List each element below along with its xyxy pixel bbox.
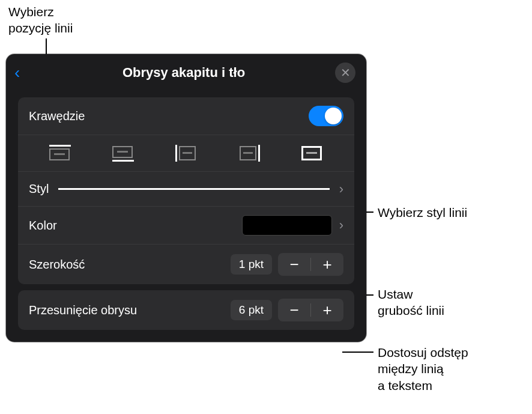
row-width: Szerokość 1 pkt − + <box>18 245 354 284</box>
offset-increase-button[interactable]: + <box>311 299 343 321</box>
width-value: 1 pkt <box>231 254 272 275</box>
callout-width: Ustaw grubość linii <box>378 286 444 319</box>
border-position-all-icon[interactable] <box>301 145 323 162</box>
callout-offset: Dostosuj odstęp między linią a tekstem <box>378 344 468 394</box>
style-preview-line <box>58 188 329 190</box>
color-label: Kolor <box>29 219 57 233</box>
width-stepper: − + <box>278 253 343 276</box>
callout-style: Wybierz styl linii <box>378 204 467 221</box>
border-position-left-icon[interactable] <box>175 145 197 162</box>
callout-position: Wybierz pozycję linii <box>8 4 73 37</box>
offset-label: Przesunięcie obrysu <box>29 303 137 317</box>
row-borders-toggle: Krawędzie <box>18 97 354 135</box>
style-label: Styl <box>29 182 49 196</box>
close-button[interactable]: ✕ <box>335 62 355 83</box>
offset-decrease-button[interactable]: − <box>278 299 310 321</box>
back-button[interactable]: ‹ <box>14 63 32 82</box>
color-swatch[interactable] <box>242 215 332 236</box>
row-offset: Przesunięcie obrysu 6 pkt − + <box>18 290 354 330</box>
border-position-right-icon[interactable] <box>238 145 260 162</box>
offset-value: 6 pkt <box>231 300 272 320</box>
row-border-position <box>18 135 354 172</box>
panel-title: Obrysy akapitu i tło <box>32 65 335 81</box>
close-icon: ✕ <box>340 65 351 80</box>
row-color[interactable]: Kolor › <box>18 207 354 245</box>
section-borders: Krawędzie Styl › Kol <box>18 97 354 284</box>
section-offset: Przesunięcie obrysu 6 pkt − + <box>18 290 354 330</box>
width-decrease-button[interactable]: − <box>278 253 310 276</box>
callout-line <box>342 352 373 353</box>
panel-header: ‹ Obrysy akapitu i tło ✕ <box>6 54 366 91</box>
width-label: Szerokość <box>29 258 85 272</box>
width-increase-button[interactable]: + <box>311 253 343 276</box>
offset-stepper: − + <box>278 299 343 321</box>
chevron-right-icon: › <box>339 218 343 233</box>
border-position-bottom-icon[interactable] <box>112 145 134 162</box>
chevron-right-icon: › <box>339 181 343 197</box>
border-position-top-icon[interactable] <box>49 145 71 162</box>
row-style[interactable]: Styl › <box>18 172 354 207</box>
borders-label: Krawędzie <box>29 109 85 123</box>
borders-toggle[interactable] <box>309 106 343 126</box>
borders-panel: ‹ Obrysy akapitu i tło ✕ Krawędzie <box>6 54 366 342</box>
